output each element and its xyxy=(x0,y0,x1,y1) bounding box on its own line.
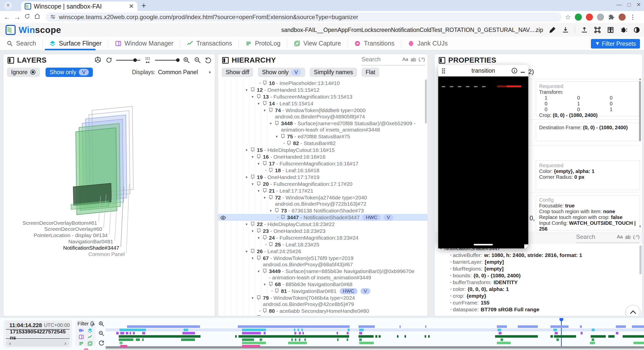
timeline-bar[interactable] xyxy=(302,332,304,334)
show-diff-chip[interactable]: Show diff xyxy=(222,68,253,77)
timeline-bar[interactable] xyxy=(499,332,502,334)
zoom-out-icon[interactable] xyxy=(194,56,201,64)
pin-icon[interactable] xyxy=(269,282,273,286)
window-minimize-icon[interactable]: — xyxy=(616,2,622,8)
timeline-bar[interactable] xyxy=(556,338,559,341)
timeline-bar[interactable] xyxy=(298,329,299,331)
timeline-bar[interactable] xyxy=(119,342,123,344)
expand-arrow-icon[interactable]: ▾ xyxy=(267,120,274,126)
forward-icon[interactable]: → xyxy=(12,13,22,21)
timeline-bar[interactable] xyxy=(181,338,195,341)
timeline-bar[interactable] xyxy=(405,335,406,338)
hierarchy-row[interactable]: ▾24 - FullscreenMagnification:18:23#24 xyxy=(218,234,427,241)
timeline-bar[interactable] xyxy=(554,335,576,338)
timeline-bar[interactable] xyxy=(359,329,364,331)
property-row[interactable]: ●activeBuffer:w: 1080, h: 2400, stride: … xyxy=(435,252,642,259)
timeline-bar[interactable] xyxy=(497,342,511,344)
timeline-bar[interactable] xyxy=(359,332,362,334)
expand-arrow-icon[interactable]: ▾ xyxy=(261,194,268,201)
timeline-bar[interactable] xyxy=(495,335,538,338)
hierarchy-row[interactable]: ▾3449 - Surface(name=885b63e NavigationB… xyxy=(218,268,427,281)
reset-view-icon[interactable] xyxy=(205,56,212,64)
hierarchy-row[interactable]: ●25 - Leaf:18:23#25 xyxy=(218,241,427,248)
shortcuts-icon[interactable] xyxy=(594,26,601,34)
timeline-bar[interactable] xyxy=(288,342,307,344)
hierarchy-row[interactable]: ▾79 - WindowToken{7046b4a type=2024 andr… xyxy=(218,294,427,308)
expand-arrow-icon[interactable]: ▾ xyxy=(255,235,262,241)
url-bar[interactable]: winscope.teams.x20web.corp.google.com/pr… xyxy=(46,13,561,22)
pin-icon[interactable] xyxy=(263,81,267,85)
dark-mode-icon[interactable] xyxy=(633,26,640,34)
regex-icon[interactable]: (.*) xyxy=(633,234,639,240)
spacing-slider[interactable] xyxy=(155,60,179,61)
pin-icon[interactable] xyxy=(263,309,267,313)
timeline-bar[interactable] xyxy=(260,338,262,341)
pin-icon[interactable] xyxy=(281,134,285,139)
resize-handle-icon[interactable] xyxy=(524,244,528,248)
window-manager-icon[interactable] xyxy=(78,334,84,340)
pin-icon[interactable] xyxy=(263,188,267,193)
timeline-tracks[interactable] xyxy=(106,318,644,350)
pin-icon[interactable] xyxy=(251,222,255,226)
timeline-bar[interactable] xyxy=(501,338,503,341)
ns-time-field[interactable]: 1715339054227572545 ns xyxy=(6,331,70,339)
timeline-bar[interactable] xyxy=(264,332,266,334)
property-row[interactable]: ●bufferTransform:IDENTITY xyxy=(435,279,642,286)
layer-label[interactable]: ScreenDecorOverlayBottom#61 xyxy=(3,220,97,226)
reload-icon[interactable] xyxy=(22,13,32,21)
simplify-names-chip[interactable]: Simplify names xyxy=(310,68,357,77)
timeline-bar[interactable] xyxy=(184,329,188,331)
property-row[interactable]: ●dataspace:BT709 sRGB Full range xyxy=(435,306,642,313)
transitions-icon[interactable] xyxy=(84,347,89,350)
tab-jank-cujs[interactable]: Jank CUJs xyxy=(401,37,454,50)
property-row[interactable]: ●color:(0, 0, 0), alpha: 1 xyxy=(435,286,642,293)
timeline-reset-zoom-icon[interactable] xyxy=(98,340,105,346)
timeline-bar[interactable] xyxy=(397,335,398,338)
timeline-bar[interactable] xyxy=(555,332,558,334)
properties-scrollbar[interactable]: ▲ ▼ xyxy=(638,77,641,228)
timeline-bar[interactable] xyxy=(337,338,339,341)
expand-arrow-icon[interactable]: ▾ xyxy=(249,315,256,316)
hierarchy-row[interactable]: ▾68 - 885b63e NavigationBar0#68 xyxy=(218,281,427,288)
hierarchy-row[interactable]: ▾73 - 8736138 NotificationShade#73 xyxy=(218,207,427,214)
hierarchy-row[interactable]: ▾12 - OneHanded:15:15#12 xyxy=(218,86,427,93)
hierarchy-row[interactable]: ●3447 - NotificationShade#3447HWCV xyxy=(218,214,427,221)
hierarchy-row[interactable]: ▾14 - Leaf:15:15#14 xyxy=(218,100,427,107)
timeline-bar[interactable] xyxy=(633,342,644,344)
back-icon[interactable]: ← xyxy=(2,13,12,21)
transition-preview-window[interactable]: transition i xyxy=(438,65,528,248)
transactions-icon[interactable] xyxy=(87,334,93,340)
show-only-v-chip[interactable]: Show only V xyxy=(46,68,93,77)
rotate-view-icon[interactable] xyxy=(105,56,113,64)
expand-arrow-icon[interactable]: ▾ xyxy=(243,248,250,254)
pin-icon[interactable] xyxy=(263,235,267,240)
timeline-bar[interactable] xyxy=(590,342,595,344)
timeline-bar[interactable] xyxy=(291,338,293,341)
pin-icon[interactable] xyxy=(269,195,273,200)
expand-arrow-icon[interactable]: ▾ xyxy=(255,100,262,107)
hierarchy-row[interactable]: ▾74 - WindowToken{fdddbe6 type=2000 andr… xyxy=(218,107,427,120)
timeline-bar[interactable] xyxy=(581,332,583,334)
timeline-bar[interactable] xyxy=(592,338,594,341)
timeline-bar[interactable] xyxy=(616,332,618,334)
timeline-bar[interactable] xyxy=(359,338,362,341)
tab-view-capture[interactable]: View Capture xyxy=(287,37,348,50)
window-maximize-icon[interactable]: □ xyxy=(627,2,631,8)
report-bug-icon[interactable] xyxy=(620,26,627,34)
pin-icon[interactable] xyxy=(275,121,279,125)
pin-icon[interactable] xyxy=(257,182,261,186)
timeline-bar[interactable] xyxy=(242,338,254,341)
next-frame-icon[interactable]: › xyxy=(64,340,66,346)
timeline-bar[interactable] xyxy=(591,335,606,338)
hierarchy-row[interactable]: ▾3368 - WindowToken{f6b2f60 type=2024 an… xyxy=(218,314,427,316)
hierarchy-row[interactable]: ●81 - NavigationBar0#81HWCV xyxy=(218,288,427,294)
tab-close-icon[interactable]: ✕ xyxy=(129,3,134,10)
home-icon[interactable] xyxy=(32,13,42,21)
pin-icon[interactable] xyxy=(275,289,279,293)
pin-icon[interactable] xyxy=(269,108,273,112)
pin-icon[interactable] xyxy=(263,269,267,273)
profile-avatar[interactable] xyxy=(619,14,626,21)
hierarchy-row[interactable]: ▾72 - WindowToken{a2746de type=2040 andr… xyxy=(218,194,427,207)
hierarchy-row[interactable]: ▾19 - OneHanded:17:17#19 xyxy=(218,174,427,181)
timeline-bar[interactable] xyxy=(299,332,301,334)
